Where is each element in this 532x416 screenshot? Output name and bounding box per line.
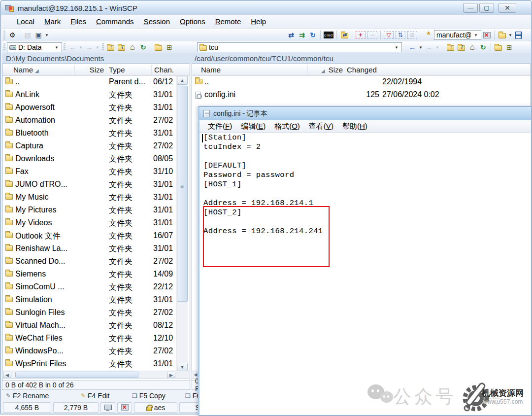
file-row[interactable]: config.ini 125 27/06/2024 0:02	[192, 89, 531, 102]
menu-options[interactable]: Options	[175, 16, 210, 27]
copy-session-icon[interactable]: ▣	[33, 30, 44, 40]
file-row[interactable]: Scanned Do... 文件夹 27/02	[2, 255, 175, 268]
copy-session-dropdown-icon[interactable]: ▼	[44, 33, 50, 37]
remote-path[interactable]: /card/user/common/tcu/TCU1/common/tcu	[191, 54, 333, 63]
remote-home-directory-icon[interactable]: ⌂	[467, 42, 478, 53]
remote-forward-dropdown-icon[interactable]: ▼	[434, 45, 440, 50]
file-row[interactable]: Downloads 文件夹 08/05	[2, 153, 175, 166]
remote-forward-icon[interactable]: →	[424, 42, 434, 53]
workspace-folder-icon[interactable]	[497, 30, 507, 40]
local-root-directory-icon[interactable]: \	[116, 42, 127, 53]
scroll-right-icon[interactable]: ▶	[167, 372, 175, 378]
file-row[interactable]: ↑ .. 22/02/1994	[192, 76, 531, 89]
local-col-size[interactable]: Size	[76, 66, 104, 74]
remote-col-size[interactable]: Size	[310, 66, 343, 74]
remote-back-dropdown-icon[interactable]: ▼	[418, 45, 424, 50]
notepad-menu-view[interactable]: 查看(V)	[304, 121, 338, 132]
remote-col-changed[interactable]: Changed	[347, 66, 377, 74]
compare-directories-icon[interactable]: ⇅	[395, 30, 406, 40]
file-row[interactable]: Renishaw La... 文件夹 31/01	[2, 243, 175, 255]
menu-mark[interactable]: Mark	[39, 16, 66, 27]
file-row[interactable]: Apowersoft 文件夹 31/01	[2, 102, 175, 114]
local-horizontal-scrollbar[interactable]: ◀ ▶	[2, 371, 190, 379]
local-back-icon[interactable]: ←	[67, 42, 78, 53]
remote-parent-directory-icon[interactable]: ↑	[445, 42, 456, 53]
new-session-icon[interactable]: *	[423, 30, 434, 40]
file-row[interactable]: SimoComU ... 文件夹 22/12	[2, 281, 175, 294]
local-open-directory-icon[interactable]	[153, 42, 164, 53]
select-files-icon[interactable]: +	[355, 30, 366, 40]
menu-local[interactable]: Local	[12, 16, 39, 27]
console-icon[interactable]: cmd	[323, 30, 334, 40]
workspace-dropdown-icon[interactable]: ▼	[507, 33, 513, 37]
file-row[interactable]: AnLink 文件夹 31/01	[2, 89, 175, 102]
local-parent-directory-icon[interactable]: ↑	[105, 42, 116, 53]
file-row[interactable]: Captura 文件夹 27/02	[2, 140, 175, 153]
local-directory-tree-icon[interactable]: ⊞	[164, 42, 175, 53]
winscp-titlebar[interactable]: manufact@192.168.215.1 - WinSCP — ▢ ✕	[1, 1, 531, 15]
menu-remote[interactable]: Remote	[210, 16, 246, 27]
remote-directory-combo[interactable]: tcu ▼	[197, 42, 402, 52]
local-refresh-icon[interactable]: ↻	[138, 42, 149, 53]
close-button[interactable]: ✕	[499, 3, 516, 13]
file-row[interactable]: JUMO dTRO... 文件夹 31/01	[2, 178, 175, 191]
local-col-name[interactable]: Name	[13, 66, 33, 74]
file-row[interactable]: WindowsPo... 文件夹 27/02	[2, 345, 175, 358]
file-row[interactable]: Outlook 文件 文件夹 16/07	[2, 230, 175, 243]
scrollbar-thumb[interactable]	[177, 86, 188, 302]
notepad-menu-edit[interactable]: 编辑(E)	[236, 121, 270, 132]
scroll-left-icon[interactable]: ◀	[3, 372, 11, 378]
local-home-directory-icon[interactable]: ⌂	[127, 42, 138, 53]
remote-root-directory-icon[interactable]: /	[456, 42, 467, 53]
minimize-button[interactable]: —	[463, 3, 478, 13]
synchronize-browsing-icon[interactable]: ⇄	[339, 30, 350, 40]
notepad-menu-help[interactable]: 帮助(H)	[338, 121, 372, 132]
scrollbar-thumb[interactable]	[15, 372, 138, 378]
file-row[interactable]: Virtual Mach... 文件夹 08/12	[2, 319, 175, 332]
local-forward-icon[interactable]: →	[84, 42, 95, 53]
local-vertical-scrollbar[interactable]: ▲ ▼	[176, 76, 188, 372]
invert-selection-icon[interactable]: ⊘	[406, 30, 418, 40]
file-row[interactable]: Bluetooth 文件夹 31/01	[2, 127, 175, 140]
local-back-dropdown-icon[interactable]: ▼	[78, 45, 84, 50]
f5-copy-button[interactable]: ❏ F5 Copy	[132, 392, 166, 400]
session-combo[interactable]: manufact@19 ▼	[434, 30, 481, 40]
remote-refresh-icon[interactable]: ↻	[478, 42, 489, 53]
notepad-titlebar[interactable]: config.ini - 记事本	[200, 107, 531, 120]
close-session-icon[interactable]	[481, 30, 492, 40]
synchronize-icon[interactable]: ⇄	[286, 30, 297, 40]
menu-help[interactable]: Help	[246, 16, 271, 27]
remote-col-name[interactable]: Name	[201, 66, 221, 74]
queue-panel-icon[interactable]: ▤	[22, 30, 33, 40]
file-row[interactable]: ↑ .. Parent d... 06/12	[2, 76, 175, 89]
refresh-icon[interactable]: ↻	[307, 30, 318, 40]
remote-directory-tree-icon[interactable]: ⊞	[504, 42, 515, 53]
file-row[interactable]: Simulation 文件夹 31/01	[2, 294, 175, 307]
notepad-text-area[interactable]: [Station]tcuIndex = 2[DEFAULT]Password =…	[200, 133, 531, 415]
file-row[interactable]: WeChat Files 文件夹 12/10	[2, 332, 175, 345]
menu-files[interactable]: Files	[66, 16, 91, 27]
file-row[interactable]: My Pictures 文件夹 31/01	[2, 204, 175, 217]
file-row[interactable]: WpsPrint Files 文件夹 31/01	[2, 358, 175, 371]
file-row[interactable]: My Music 文件夹 31/01	[2, 191, 175, 204]
file-row[interactable]: Siemens 文件夹 14/09	[2, 268, 175, 281]
local-forward-dropdown-icon[interactable]: ▼	[95, 45, 100, 50]
notepad-menu-file[interactable]: 文件(F)	[203, 121, 236, 132]
menu-session[interactable]: Session	[139, 16, 175, 27]
scroll-up-icon[interactable]: ▲	[177, 76, 188, 85]
menu-commands[interactable]: Commands	[91, 16, 139, 27]
drive-combo[interactable]: D: Data ▼	[7, 42, 62, 52]
save-session-icon[interactable]	[513, 30, 524, 40]
unselect-files-icon[interactable]: −	[366, 30, 378, 40]
preferences-gear-icon[interactable]: ⚙	[7, 30, 18, 40]
local-path[interactable]: D:\My Documents\Documents	[2, 54, 191, 63]
file-row[interactable]: Automation 文件夹 27/02	[2, 114, 175, 127]
file-row[interactable]: My Videos 文件夹 31/01	[2, 217, 175, 230]
remote-back-icon[interactable]: ←	[407, 42, 418, 53]
f4-edit-button[interactable]: ✎ F4 Edit	[81, 392, 109, 400]
remote-open-directory-icon[interactable]	[493, 42, 504, 53]
transfer-settings-icon[interactable]: ⇉	[297, 30, 307, 40]
file-row[interactable]: Sunlogin Files 文件夹 27/02	[2, 307, 175, 319]
maximize-button[interactable]: ▢	[479, 3, 494, 13]
local-col-type[interactable]: Type	[109, 66, 125, 74]
